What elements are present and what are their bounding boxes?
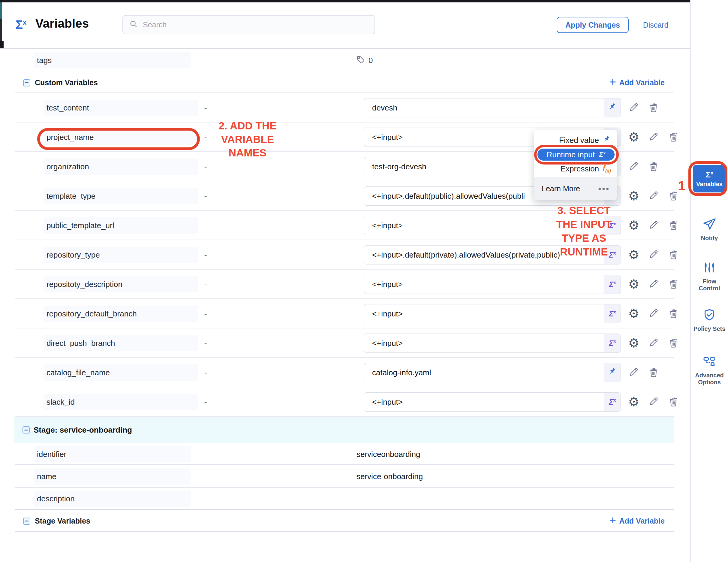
pin-icon-button[interactable] [604, 363, 621, 382]
search-input[interactable] [142, 20, 369, 29]
sidebar-item-policy-sets[interactable]: Policy Sets [691, 308, 728, 332]
right-sidebar: ΣxVariablesNotifyFlow ControlPolicy Sets… [690, 0, 728, 562]
settings-button[interactable]: ⚙ [626, 337, 642, 350]
edit-button[interactable] [646, 337, 661, 350]
edit-button[interactable] [646, 248, 661, 261]
row-description-placeholder: - [201, 211, 210, 240]
menu-item-label: Fixed value [559, 136, 599, 145]
pin-icon-button[interactable] [604, 98, 621, 117]
delete-button[interactable] [646, 366, 661, 379]
runtime-input-icon-button[interactable]: Σx [604, 245, 621, 264]
delete-button[interactable] [666, 396, 681, 408]
pencil-icon [648, 337, 659, 350]
sidebar-item-variables[interactable]: ΣxVariables [691, 165, 728, 192]
runtime-input-icon-button[interactable]: Σx [604, 393, 621, 411]
delete-button[interactable] [666, 131, 681, 143]
pencil-icon [648, 396, 659, 408]
value-input-text: <+input> [372, 133, 403, 142]
value-input[interactable]: <+input>Σx [364, 334, 621, 353]
delete-button[interactable] [666, 219, 681, 232]
settings-button[interactable]: ⚙ [626, 396, 642, 408]
table-row-repositoty_description: repositoty_description-<+input>Σx⚙ [0, 269, 690, 299]
variables-panel: Σx Variables Apply Changes Discard tags0… [0, 0, 728, 562]
pencil-icon [648, 278, 659, 291]
tag-count-value: 0 [369, 56, 373, 65]
edit-button[interactable] [646, 219, 661, 232]
value-input-text: <+input> [372, 221, 403, 230]
value-input[interactable]: devesh [364, 98, 621, 117]
row-label-text: repositoty_description [47, 280, 122, 289]
variables-table: tags0Custom VariablesAdd Variabletest_co… [0, 49, 690, 532]
collapse-toggle[interactable] [23, 79, 30, 86]
pencil-icon [628, 101, 639, 114]
gear-icon: ⚙ [628, 190, 639, 202]
sigma-x-icon: Σx [609, 309, 616, 319]
collapse-toggle[interactable] [23, 518, 30, 525]
delete-button[interactable] [666, 248, 681, 261]
runtime-input-icon-button[interactable]: Σx [604, 216, 621, 235]
learn-more-link[interactable]: Learn More [542, 184, 580, 193]
menu-item-fixed-value[interactable]: Fixed value [534, 134, 617, 147]
edit-button[interactable] [646, 396, 661, 408]
settings-button[interactable]: ⚙ [626, 248, 642, 261]
edit-button[interactable] [646, 278, 661, 291]
row-description-placeholder: - [201, 358, 210, 387]
edit-button[interactable] [646, 308, 661, 320]
sigma-x-icon: Σx [599, 150, 606, 159]
row-label: catalog_file_name [44, 365, 198, 381]
add-variable-button[interactable]: Add Variable [609, 72, 665, 93]
sigma-x-icon: Σx [705, 170, 713, 179]
settings-button[interactable]: ⚙ [626, 219, 642, 232]
row-actions [626, 358, 661, 387]
trash-icon [668, 278, 679, 291]
more-options-icon[interactable]: ••• [598, 184, 610, 194]
value-input[interactable]: <+input>Σx [364, 304, 621, 323]
plus-icon [609, 516, 617, 526]
menu-item-expression[interactable]: Expression f(x) [534, 162, 617, 175]
collapse-toggle[interactable] [23, 426, 30, 434]
runtime-input-icon-button[interactable]: Σx [604, 334, 621, 353]
row-actions: ⚙ [626, 387, 681, 417]
settings-button[interactable]: ⚙ [626, 190, 642, 202]
edit-button[interactable] [646, 131, 661, 143]
add-variable-button[interactable]: Add Variable [609, 510, 665, 532]
sidebar-item-notify[interactable]: Notify [691, 217, 728, 242]
edit-button[interactable] [626, 366, 642, 379]
row-actions [626, 152, 661, 181]
delete-button[interactable] [646, 160, 661, 173]
menu-item-runtime-input[interactable]: Runtime input Σx [537, 149, 615, 161]
row-actions: ⚙ [626, 240, 681, 269]
search-box[interactable] [122, 15, 375, 34]
sidebar-item-flow-control[interactable]: Flow Control [691, 260, 728, 292]
edit-button[interactable] [646, 190, 661, 202]
row-actions: ⚙ [626, 181, 681, 211]
delete-button[interactable] [666, 308, 681, 320]
settings-button[interactable]: ⚙ [626, 278, 642, 291]
delete-button[interactable] [666, 190, 681, 202]
row-label-text: tags [37, 56, 52, 65]
row-actions: ⚙ [626, 329, 681, 358]
edit-button[interactable] [626, 101, 642, 114]
trash-icon [668, 131, 679, 143]
menu-footer: Learn More ••• [534, 177, 617, 200]
runtime-input-icon-button[interactable]: Σx [604, 305, 621, 323]
value-input[interactable]: <+input>Σx [364, 216, 621, 235]
value-input-text: <+input>.default(public).allowedValues(p… [372, 191, 525, 201]
value-input[interactable]: <+input>Σx [364, 392, 621, 412]
row-label: project_name [44, 129, 198, 145]
sidebar-item-advanced-options[interactable]: Advanced Options [691, 355, 728, 386]
runtime-input-icon-button[interactable]: Σx [604, 275, 621, 294]
value-input-text: <+input>.default(private).allowedValues(… [372, 250, 560, 260]
delete-button[interactable] [646, 101, 661, 114]
settings-button[interactable]: ⚙ [626, 308, 642, 320]
value-input[interactable]: <+input>Σx [364, 275, 621, 294]
value-input[interactable]: catalog-info.yaml [364, 363, 621, 382]
apply-changes-button[interactable]: Apply Changes [557, 17, 629, 33]
row-label-text: name [37, 472, 56, 481]
discard-button[interactable]: Discard [639, 17, 672, 33]
delete-button[interactable] [666, 337, 681, 350]
value-input[interactable]: <+input>.default(private).allowedValues(… [364, 245, 621, 264]
settings-button[interactable]: ⚙ [626, 131, 642, 143]
edit-button[interactable] [626, 160, 642, 173]
delete-button[interactable] [666, 278, 681, 291]
